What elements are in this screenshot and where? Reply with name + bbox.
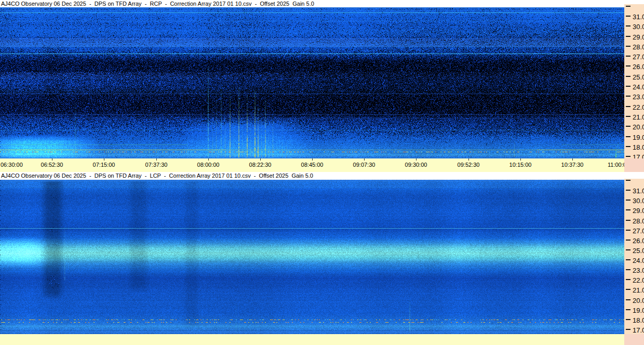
freq-tick-label: 26.0 xyxy=(633,63,644,71)
freq-tick-label: 23.0 xyxy=(633,267,644,274)
freq-tick xyxy=(626,249,630,250)
axis-corner xyxy=(624,334,644,345)
freq-tick-label: 19.0 xyxy=(633,306,644,314)
time-tick-label: 10:15:00 xyxy=(509,162,532,168)
freq-tick xyxy=(626,259,630,260)
freq-tick xyxy=(626,146,630,147)
freq-tick-label: 22.0 xyxy=(633,276,644,284)
axis-corner xyxy=(624,158,644,172)
freq-tick-label: 30.0 xyxy=(633,23,644,31)
freq-tick-label: 27.0 xyxy=(633,227,644,234)
time-tick xyxy=(104,158,104,161)
freq-tick-label: 25.0 xyxy=(633,73,644,81)
freq-tick-label: 28.0 xyxy=(633,217,644,224)
freq-tick-label: 20.0 xyxy=(633,123,644,131)
time-tick-label: 09:30:00 xyxy=(405,162,427,168)
freq-tick xyxy=(626,65,630,67)
freq-tick xyxy=(626,56,630,57)
freq-tick-label: 31.0 xyxy=(633,187,644,195)
freq-tick xyxy=(626,279,630,280)
freq-tick-label: 28.0 xyxy=(633,43,644,50)
freq-tick-label: 31.0 xyxy=(633,12,644,20)
time-tick xyxy=(520,158,521,161)
freq-tick xyxy=(626,46,630,47)
freq-tick-label: 24.0 xyxy=(633,83,644,91)
freq-tick-label: 25.0 xyxy=(633,246,644,254)
freq-tick xyxy=(626,86,630,87)
freq-tick xyxy=(626,156,630,157)
freq-tick-label: 26.0 xyxy=(633,236,644,244)
time-tick-label: 09:52:30 xyxy=(458,162,480,168)
freq-tick xyxy=(626,319,630,320)
freq-tick-label: 19.0 xyxy=(633,133,644,141)
freq-tick xyxy=(626,289,630,290)
time-tick xyxy=(312,158,313,161)
time-axis: 06:30:0006:52:3007:15:0007:37:3008:00:00… xyxy=(0,158,644,172)
freq-tick xyxy=(626,269,630,270)
freq-tick xyxy=(626,230,630,231)
freq-tick-label: 17.0 xyxy=(633,326,644,334)
rcp-title-bar: AJ4CO Observatory 06 Dec 2025 - DPS on T… xyxy=(0,0,644,7)
freq-tick xyxy=(626,136,630,137)
freq-tick xyxy=(626,200,630,201)
time-tick-label: 08:22:30 xyxy=(249,162,272,168)
freq-tick xyxy=(626,36,630,37)
freq-tick xyxy=(626,96,630,97)
radio-sky-spectrograph-window: AJ4CO Observatory 06 Dec 2025 - DPS on T… xyxy=(0,0,644,345)
freq-tick xyxy=(626,209,630,210)
time-tick-label: 07:37:30 xyxy=(145,162,168,168)
freq-tick-label: 20.0 xyxy=(633,296,644,304)
freq-tick-label: 27.0 xyxy=(633,53,644,61)
freq-tick xyxy=(626,116,630,117)
freq-tick xyxy=(626,126,630,127)
lcp-title-bar: AJ4CO Observatory 06 Dec 2025 - DPS on T… xyxy=(0,172,644,180)
time-tick xyxy=(364,158,365,161)
freq-tick-label: 21.0 xyxy=(633,286,644,294)
time-tick-label: 09:07:30 xyxy=(353,162,375,168)
time-tick xyxy=(416,158,417,161)
freq-tick-label: 21.0 xyxy=(633,113,644,121)
time-tick xyxy=(468,158,469,161)
freq-tick-label: 30.0 xyxy=(633,197,644,205)
time-tick-label: 08:45:00 xyxy=(301,162,324,168)
freq-tick-label: 22.0 xyxy=(633,103,644,111)
freq-tick xyxy=(626,309,630,310)
freq-tick xyxy=(626,299,630,300)
time-tick xyxy=(572,158,573,161)
time-tick-label: 06:52:30 xyxy=(41,162,63,168)
freq-tick-label: 18.0 xyxy=(633,143,644,151)
time-tick-label: 07:15:00 xyxy=(93,162,115,168)
freq-tick xyxy=(626,329,630,330)
rcp-frequency-scale: 31.030.029.028.027.026.025.024.023.022.0… xyxy=(624,4,644,158)
time-tick xyxy=(260,158,261,161)
lcp-frequency-scale: 31.030.029.028.027.026.025.024.023.022.0… xyxy=(624,179,644,334)
rcp-spectrogram-canvas[interactable] xyxy=(0,7,624,158)
rcp-title: AJ4CO Observatory 06 Dec 2025 - DPS on T… xyxy=(0,1,314,7)
time-tick xyxy=(52,158,52,161)
freq-tick-label: 24.0 xyxy=(633,257,644,264)
time-axis-partial xyxy=(0,334,644,345)
time-tick xyxy=(208,158,209,161)
freq-tick xyxy=(626,25,630,26)
freq-tick xyxy=(626,6,630,7)
freq-tick xyxy=(626,190,630,191)
freq-tick-label: 29.0 xyxy=(633,33,644,41)
freq-tick xyxy=(626,16,630,17)
freq-tick xyxy=(626,76,630,77)
freq-tick xyxy=(626,240,630,241)
time-tick-label: 08:00:00 xyxy=(197,162,220,168)
freq-tick-label: 29.0 xyxy=(633,207,644,215)
freq-tick-label: 18.0 xyxy=(633,316,644,324)
time-tick-label: 06:30:00 xyxy=(1,162,23,168)
freq-tick xyxy=(626,180,630,181)
time-tick xyxy=(156,158,157,161)
freq-tick xyxy=(626,220,630,221)
lcp-spectrogram-canvas[interactable] xyxy=(0,180,624,334)
time-tick-label: 10:37:30 xyxy=(561,162,584,168)
freq-tick-label: 23.0 xyxy=(633,93,644,101)
freq-tick xyxy=(626,106,630,107)
lcp-title: AJ4CO Observatory 06 Dec 2025 - DPS on T… xyxy=(0,172,313,179)
